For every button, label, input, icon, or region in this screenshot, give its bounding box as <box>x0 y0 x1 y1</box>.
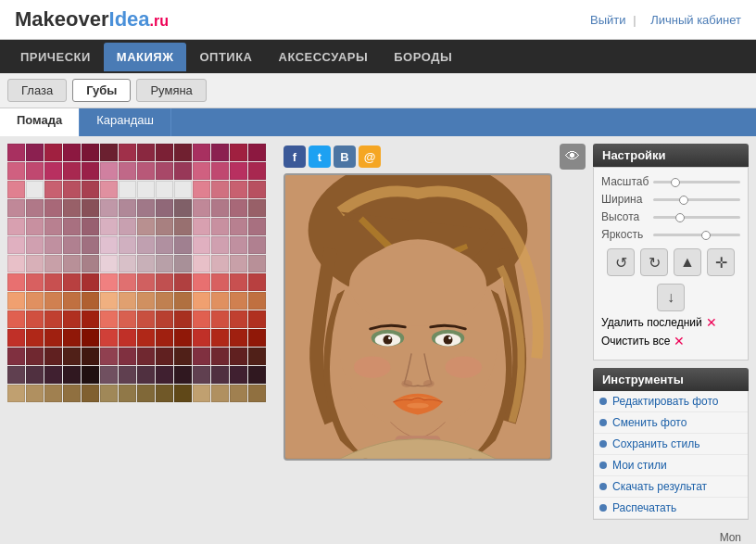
color-cell[interactable] <box>174 181 192 198</box>
color-cell[interactable] <box>193 385 210 402</box>
color-cell[interactable] <box>82 218 99 235</box>
color-cell[interactable] <box>100 199 118 217</box>
color-cell[interactable] <box>26 162 44 180</box>
color-cell[interactable] <box>119 273 136 291</box>
color-cell[interactable] <box>211 162 229 180</box>
color-cell[interactable] <box>119 199 136 217</box>
tool-edit-photo[interactable]: Редактировать фото <box>594 391 748 412</box>
color-cell[interactable] <box>230 236 247 254</box>
color-cell[interactable] <box>248 366 266 384</box>
color-cell[interactable] <box>119 144 136 161</box>
color-cell[interactable] <box>137 310 155 328</box>
color-cell[interactable] <box>63 348 81 365</box>
color-cell[interactable] <box>82 292 99 310</box>
color-cell[interactable] <box>82 310 99 328</box>
color-cell[interactable] <box>248 273 266 291</box>
nav-item-makiyazh[interactable]: МАКИЯЖ <box>104 43 187 71</box>
tool-save-style[interactable]: Сохранить стиль <box>594 434 748 455</box>
color-cell[interactable] <box>137 385 155 402</box>
color-cell[interactable] <box>7 273 25 291</box>
color-cell[interactable] <box>7 199 25 217</box>
color-cell[interactable] <box>63 162 81 180</box>
color-cell[interactable] <box>211 181 229 198</box>
color-cell[interactable] <box>100 292 118 310</box>
color-cell[interactable] <box>137 348 155 365</box>
color-cell[interactable] <box>248 144 266 161</box>
color-cell[interactable] <box>100 385 118 402</box>
color-cell[interactable] <box>156 329 173 347</box>
color-cell[interactable] <box>119 385 136 402</box>
color-cell[interactable] <box>82 162 99 180</box>
color-cell[interactable] <box>211 385 229 402</box>
color-cell[interactable] <box>248 218 266 235</box>
move-button[interactable]: ✛ <box>707 248 735 276</box>
color-cell[interactable] <box>193 273 210 291</box>
color-cell[interactable] <box>193 255 210 272</box>
color-cell[interactable] <box>211 310 229 328</box>
color-cell[interactable] <box>44 218 62 235</box>
color-cell[interactable] <box>100 310 118 328</box>
color-cell[interactable] <box>100 348 118 365</box>
color-cell[interactable] <box>137 199 155 217</box>
color-cell[interactable] <box>137 292 155 310</box>
color-cell[interactable] <box>119 292 136 310</box>
sub-btn-glaza[interactable]: Глаза <box>7 79 67 102</box>
color-cell[interactable] <box>137 366 155 384</box>
color-cell[interactable] <box>230 144 247 161</box>
color-cell[interactable] <box>119 181 136 198</box>
color-cell[interactable] <box>7 385 25 402</box>
color-cell[interactable] <box>156 348 173 365</box>
color-cell[interactable] <box>82 329 99 347</box>
color-cell[interactable] <box>248 329 266 347</box>
color-cell[interactable] <box>174 236 192 254</box>
color-cell[interactable] <box>193 162 210 180</box>
color-cell[interactable] <box>26 310 44 328</box>
color-cell[interactable] <box>211 366 229 384</box>
color-cell[interactable] <box>63 255 81 272</box>
color-cell[interactable] <box>7 255 25 272</box>
color-cell[interactable] <box>211 236 229 254</box>
color-cell[interactable] <box>44 310 62 328</box>
color-cell[interactable] <box>156 181 173 198</box>
cabinet-link[interactable]: Личный кабинет <box>650 13 741 27</box>
twitter-icon[interactable]: t <box>309 145 331 168</box>
color-cell[interactable] <box>82 348 99 365</box>
color-cell[interactable] <box>137 255 155 272</box>
color-cell[interactable] <box>248 310 266 328</box>
height-track[interactable] <box>653 216 740 219</box>
color-cell[interactable] <box>156 255 173 272</box>
mail-icon[interactable]: @ <box>359 145 381 168</box>
color-cell[interactable] <box>230 199 247 217</box>
color-cell[interactable] <box>100 181 118 198</box>
rotate-ccw-button[interactable]: ↺ <box>607 248 635 276</box>
color-cell[interactable] <box>156 218 173 235</box>
color-cell[interactable] <box>193 310 210 328</box>
color-cell[interactable] <box>248 292 266 310</box>
color-cell[interactable] <box>230 385 247 402</box>
color-cell[interactable] <box>26 292 44 310</box>
color-cell[interactable] <box>7 329 25 347</box>
color-cell[interactable] <box>63 385 81 402</box>
color-cell[interactable] <box>100 366 118 384</box>
color-cell[interactable] <box>7 236 25 254</box>
color-cell[interactable] <box>174 255 192 272</box>
color-cell[interactable] <box>82 366 99 384</box>
color-cell[interactable] <box>193 348 210 365</box>
color-cell[interactable] <box>248 236 266 254</box>
color-cell[interactable] <box>26 329 44 347</box>
color-cell[interactable] <box>7 181 25 198</box>
color-cell[interactable] <box>63 273 81 291</box>
color-cell[interactable] <box>44 181 62 198</box>
flip-button[interactable]: ▲ <box>674 248 701 276</box>
color-cell[interactable] <box>156 366 173 384</box>
color-cell[interactable] <box>119 255 136 272</box>
color-cell[interactable] <box>44 273 62 291</box>
color-cell[interactable] <box>137 162 155 180</box>
tab-pomada[interactable]: Помада <box>0 108 80 136</box>
color-cell[interactable] <box>100 255 118 272</box>
facebook-icon[interactable]: f <box>284 145 306 168</box>
color-cell[interactable] <box>211 218 229 235</box>
color-cell[interactable] <box>248 162 266 180</box>
color-cell[interactable] <box>63 199 81 217</box>
color-cell[interactable] <box>100 273 118 291</box>
